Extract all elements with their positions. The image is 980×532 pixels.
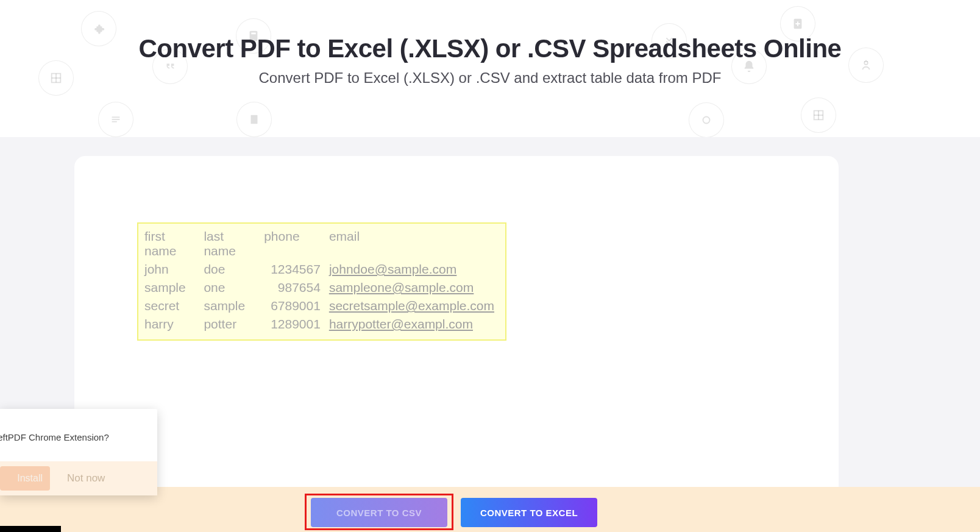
cell-last-name: potter [204,315,264,333]
col-header-first-name: first name [144,227,204,260]
svg-rect-10 [251,115,258,124]
convert-to-csv-button[interactable]: CONVERT TO CSV [311,498,447,527]
cell-last-name: one [204,278,264,297]
cell-phone: 1289001 [264,315,329,333]
cell-phone: 987654 [264,278,329,297]
extension-install-button[interactable]: Install [0,466,50,491]
table-row: sampleone987654sampleone@sample.com [144,278,499,297]
convert-to-excel-button[interactable]: CONVERT TO EXCEL [461,498,597,527]
col-header-last-name: last name [204,227,264,260]
svg-point-11 [703,117,710,124]
extension-popup-message: Install DeftPDF Chrome Extension? [0,432,109,442]
email-link[interactable]: secretsample@example.com [329,299,494,313]
extension-popup-buttons: Install Not now [0,461,157,495]
cell-phone: 1234567 [264,260,329,278]
page-title: Convert PDF to Excel (.XLSX) or .CSV Spr… [0,34,980,63]
cell-email: johndoe@sample.com [329,260,499,278]
email-link[interactable]: johndoe@sample.com [329,262,456,276]
cell-first-name: harry [144,315,204,333]
page-header: Convert PDF to Excel (.XLSX) or .CSV Spr… [0,0,980,87]
lines-icon [98,102,133,137]
page-subtitle: Convert PDF to Excel (.XLSX) or .CSV and… [0,69,980,87]
cell-email: sampleone@sample.com [329,278,499,297]
cell-email: secretsample@example.com [329,297,499,315]
cell-first-name: john [144,260,204,278]
table-row: harrypotter1289001harrypotter@exampl.com [144,315,499,333]
table-row: johndoe1234567johndoe@sample.com [144,260,499,278]
table-row: secretsample6789001secretsample@example.… [144,297,499,315]
cell-first-name: sample [144,278,204,297]
email-link[interactable]: harrypotter@exampl.com [329,317,473,331]
table-header-row: first name last name phone email [144,227,499,260]
chrome-extension-popup: Install DeftPDF Chrome Extension? Instal… [0,409,157,495]
cell-first-name: secret [144,297,204,315]
email-link[interactable]: sampleone@sample.com [329,280,474,294]
extracted-table-highlight: first name last name phone email johndoe… [137,222,506,341]
extension-not-now-button[interactable]: Not now [67,472,105,484]
cell-email: harrypotter@exampl.com [329,315,499,333]
cell-last-name: doe [204,260,264,278]
col-header-phone: phone [264,227,329,260]
cell-phone: 6789001 [264,297,329,315]
extracted-table: first name last name phone email johndoe… [144,227,499,333]
cell-last-name: sample [204,297,264,315]
taskbar-fragment [0,526,61,532]
grid2-icon [801,98,836,133]
doc-icon [236,102,272,137]
circle-icon [689,102,724,138]
col-header-email: email [329,227,499,260]
